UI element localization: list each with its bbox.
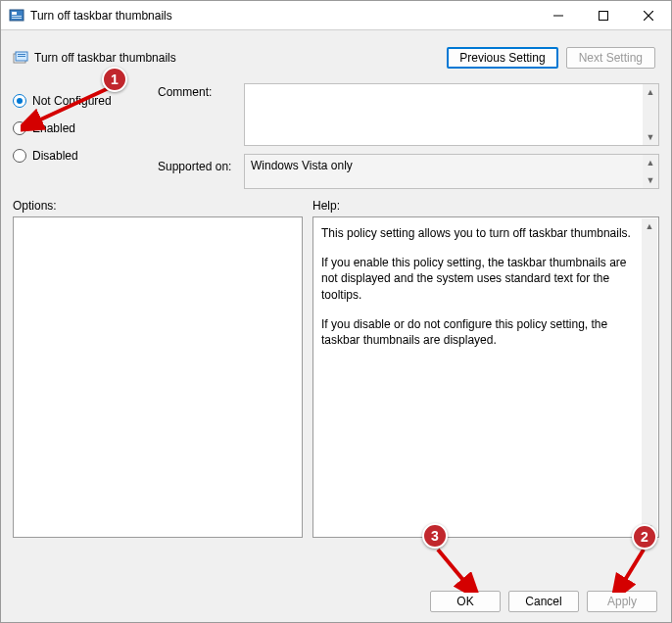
supported-scrollbar[interactable]: ▲ ▼ <box>643 155 658 188</box>
svg-line-13 <box>622 550 644 585</box>
svg-line-7 <box>644 11 653 21</box>
scroll-down-icon[interactable]: ▼ <box>642 520 657 536</box>
options-label: Options: <box>13 199 312 213</box>
svg-rect-10 <box>18 54 25 55</box>
svg-rect-11 <box>18 56 25 57</box>
scroll-down-icon[interactable]: ▼ <box>643 129 658 145</box>
radio-label: Enabled <box>32 121 75 135</box>
scroll-up-icon[interactable]: ▲ <box>643 84 658 100</box>
svg-rect-2 <box>12 16 22 17</box>
close-button[interactable] <box>626 1 671 30</box>
annotation-arrow-2 <box>604 546 653 593</box>
maximize-button[interactable] <box>581 1 626 30</box>
options-pane <box>13 216 303 538</box>
radio-indicator-icon <box>13 94 26 108</box>
policy-name: Turn off taskbar thumbnails <box>34 51 447 65</box>
supported-on-value: Windows Vista only <box>251 159 353 172</box>
ok-button[interactable]: OK <box>430 591 501 612</box>
annotation-arrow-3 <box>430 546 489 593</box>
help-scrollbar[interactable]: ▲ ▼ <box>642 218 657 536</box>
mid-labels: Options: Help: <box>1 189 671 216</box>
radio-indicator-icon <box>13 149 26 163</box>
next-setting-button[interactable]: Next Setting <box>566 47 655 69</box>
radio-label: Disabled <box>32 149 78 163</box>
help-pane: This policy setting allows you to turn o… <box>312 216 659 538</box>
supported-on-field: Windows Vista only ▲ ▼ <box>244 154 659 189</box>
scroll-down-icon[interactable]: ▼ <box>643 172 658 188</box>
lower-section: This policy setting allows you to turn o… <box>1 216 671 538</box>
cancel-button[interactable]: Cancel <box>508 591 579 612</box>
svg-line-6 <box>644 11 653 21</box>
policy-icon <box>9 8 24 24</box>
bottom-button-bar: OK Cancel Apply <box>430 591 657 612</box>
help-paragraph: If you disable or do not configure this … <box>321 316 635 348</box>
window-controls <box>536 1 671 29</box>
radio-not-configured[interactable]: Not Configured <box>13 87 158 115</box>
radio-label: Not Configured <box>32 94 112 108</box>
supported-label: Supported on: <box>158 154 244 173</box>
policy-setting-icon <box>13 50 28 66</box>
svg-rect-3 <box>12 18 22 19</box>
upper-section: Not Configured Enabled Disabled Comment:… <box>1 75 671 189</box>
apply-button[interactable]: Apply <box>587 591 657 612</box>
svg-rect-1 <box>12 12 17 15</box>
comment-scrollbar[interactable]: ▲ ▼ <box>643 84 658 145</box>
nav-buttons: Previous Setting Next Setting <box>447 47 655 69</box>
scroll-up-icon[interactable]: ▲ <box>642 218 657 234</box>
dialog-window: Turn off taskbar thumbnails Turn off tas… <box>0 0 672 623</box>
help-label: Help: <box>312 199 659 213</box>
minimize-button[interactable] <box>536 1 581 30</box>
radio-enabled[interactable]: Enabled <box>13 115 158 142</box>
form-area: Comment: ▲ ▼ Supported on: Windows Vista… <box>158 83 659 189</box>
comment-label: Comment: <box>158 83 244 99</box>
titlebar: Turn off taskbar thumbnails <box>1 1 671 30</box>
window-title: Turn off taskbar thumbnails <box>30 9 536 23</box>
scroll-up-icon[interactable]: ▲ <box>643 155 658 170</box>
svg-rect-0 <box>10 10 24 21</box>
radio-disabled[interactable]: Disabled <box>13 142 158 169</box>
svg-rect-5 <box>600 12 608 21</box>
help-paragraph: This policy setting allows you to turn o… <box>321 225 635 241</box>
previous-setting-button[interactable]: Previous Setting <box>447 47 557 69</box>
radio-indicator-icon <box>13 121 26 135</box>
help-paragraph: If you enable this policy setting, the t… <box>321 255 635 303</box>
header-row: Turn off taskbar thumbnails Previous Set… <box>1 30 671 75</box>
svg-line-14 <box>438 550 467 585</box>
state-radio-group: Not Configured Enabled Disabled <box>13 83 158 189</box>
comment-input[interactable]: ▲ ▼ <box>244 83 659 146</box>
